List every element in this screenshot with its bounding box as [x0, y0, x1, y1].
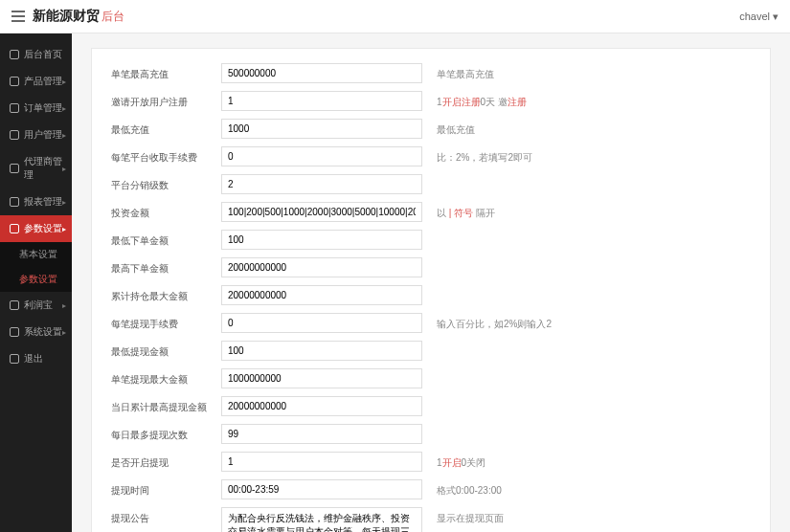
- sidebar: 后台首页 产品管理▸ 订单管理▸ 用户管理▸ 代理商管理▸ 报表管理▸ 参数设置…: [0, 33, 72, 532]
- form-panel: 单笔最高充值单笔最高充值邀请开放用户注册1开启注册0天 邀注册最低充值最低充值每…: [91, 48, 771, 532]
- form-input[interactable]: [221, 368, 422, 388]
- brand-title: 新能源财贸: [33, 8, 100, 23]
- form-input[interactable]: [221, 257, 422, 277]
- chevron-right-icon: ▸: [62, 78, 66, 86]
- form-label: 最高下单金额: [111, 257, 221, 276]
- brand-sub: 后台: [102, 10, 124, 23]
- sidebar-item-order[interactable]: 订单管理▸: [0, 95, 72, 122]
- form-label: 提现公告: [111, 507, 221, 525]
- form-label: 当日累计最高提现金额: [111, 396, 221, 414]
- form-label: 每笔提现手续费: [111, 313, 221, 331]
- form-label: 最低下单金额: [111, 230, 221, 248]
- form-label: 单笔最高充值: [111, 63, 221, 81]
- form-input[interactable]: [221, 285, 422, 305]
- product-icon: [10, 77, 19, 86]
- chevron-right-icon: ▸: [62, 104, 66, 113]
- agent-icon: [10, 164, 19, 173]
- form-label: 投资金额: [111, 202, 221, 220]
- form-input[interactable]: [221, 63, 422, 83]
- form-input[interactable]: [221, 146, 422, 166]
- form-hint: 单笔最高充值: [437, 63, 494, 81]
- sidebar-sub-params[interactable]: 参数设置: [0, 267, 72, 292]
- sidebar-item-home[interactable]: 后台首页: [0, 41, 72, 68]
- sidebar-item-profit[interactable]: 利润宝▸: [0, 292, 72, 319]
- profit-icon: [10, 300, 19, 310]
- form-label: 邀请开放用户注册: [111, 91, 221, 109]
- sidebar-item-user[interactable]: 用户管理▸: [0, 122, 72, 148]
- form-label: 最低提现金额: [111, 341, 221, 359]
- chevron-down-icon: ▾: [773, 11, 779, 22]
- order-icon: [10, 103, 19, 113]
- form-label: 每日最多提现次数: [111, 424, 221, 442]
- chevron-right-icon: ▸: [62, 225, 66, 233]
- form-label: 是否开启提现: [111, 452, 221, 470]
- chevron-right-icon: ▸: [62, 131, 66, 140]
- form-input[interactable]: [221, 452, 422, 472]
- form-input[interactable]: [221, 230, 422, 250]
- logout-icon: [10, 354, 19, 364]
- form-label: 累计持仓最大金额: [111, 285, 221, 303]
- form-hint: 以 | 符号 隔开: [437, 202, 495, 220]
- sidebar-sub-basic[interactable]: 基本设置: [0, 242, 72, 267]
- form-input[interactable]: [221, 341, 422, 361]
- sidebar-item-agent[interactable]: 代理商管理▸: [0, 148, 72, 188]
- sidebar-item-params[interactable]: 参数设置▸: [0, 215, 72, 242]
- form-hint: 1开启0关闭: [437, 452, 485, 470]
- form-hint: 最低充值: [437, 119, 475, 137]
- chevron-right-icon: ▸: [62, 165, 66, 173]
- home-icon: [10, 50, 19, 59]
- user-menu[interactable]: chavel ▾: [739, 11, 779, 23]
- form-input[interactable]: [221, 396, 422, 416]
- form-label: 每笔平台收取手续费: [111, 146, 221, 165]
- sidebar-item-logout[interactable]: 退出: [0, 345, 72, 372]
- sidebar-item-system[interactable]: 系统设置▸: [0, 319, 72, 345]
- form-hint: 显示在提现页面: [437, 507, 504, 525]
- form-hint: 1开启注册0天 邀注册: [437, 91, 527, 109]
- form-label: 最低充值: [111, 119, 221, 137]
- form-input[interactable]: [221, 91, 422, 111]
- form-input[interactable]: [221, 507, 422, 532]
- report-icon: [10, 197, 19, 207]
- chevron-right-icon: ▸: [62, 328, 66, 337]
- form-hint: 输入百分比，如2%则输入2: [437, 313, 552, 331]
- user-icon: [10, 130, 19, 140]
- form-hint: 格式0:00-23:00: [437, 479, 502, 498]
- form-label: 提现时间: [111, 479, 221, 498]
- form-input[interactable]: [221, 479, 422, 499]
- form-label: 单笔提现最大金额: [111, 368, 221, 387]
- system-icon: [10, 327, 19, 337]
- form-input[interactable]: [221, 202, 422, 222]
- sidebar-item-product[interactable]: 产品管理▸: [0, 68, 72, 95]
- form-input[interactable]: [221, 424, 422, 444]
- form-input[interactable]: [221, 174, 422, 194]
- sidebar-item-report[interactable]: 报表管理▸: [0, 188, 72, 215]
- settings-icon: [10, 224, 19, 233]
- form-hint: 比：2%，若填写2即可: [437, 146, 532, 165]
- menu-toggle-icon[interactable]: [11, 11, 25, 22]
- form-input[interactable]: [221, 313, 422, 333]
- form-label: 平台分销级数: [111, 174, 221, 192]
- form-input[interactable]: [221, 119, 422, 139]
- chevron-right-icon: ▸: [62, 301, 66, 310]
- chevron-right-icon: ▸: [62, 198, 66, 207]
